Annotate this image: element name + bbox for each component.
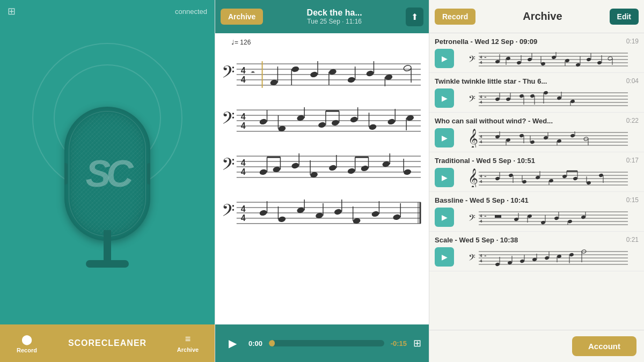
svg-text:4: 4: [241, 158, 246, 167]
archive-play-petronella[interactable]: ▶: [435, 49, 454, 68]
nav-record[interactable]: ⬤ Record: [0, 334, 54, 353]
svg-text:4: 4: [480, 139, 482, 144]
archive-item-name: Scale - Wed 5 Sep · 10:38: [435, 236, 518, 244]
svg-point-200: [535, 175, 540, 180]
svg-text:4: 4: [480, 174, 482, 179]
svg-point-171: [506, 138, 510, 142]
svg-point-42: [331, 119, 340, 126]
svg-point-196: [508, 173, 513, 178]
svg-point-20: [366, 70, 375, 77]
svg-text:𝄢: 𝄢: [222, 109, 235, 131]
sheet-settings-button[interactable]: ⊞: [413, 337, 421, 349]
brand-name-container: SCORECLEANER: [54, 338, 161, 348]
record-top-bar: ⊞ connected: [0, 0, 215, 23]
archive-item-scale: Scale - Wed 5 Sep · 10:38 0:21 ▶ 𝄢 4 4: [429, 232, 644, 271]
archive-item-name: Petronella - Wed 12 Sep · 09:09: [435, 38, 537, 46]
archive-item-petronella: Petronella - Wed 12 Sep · 09:09 0:19 ▶ 𝄢…: [429, 33, 644, 73]
record-panel: ⊞ connected SC ⬤ Record SCORECLEANER ≡ A…: [0, 0, 215, 362]
sheet-header: Archive Deck the ha... Tue 25 Sep · 11:1…: [215, 0, 429, 33]
archive-play-scale[interactable]: ▶: [435, 247, 454, 267]
settings-icon: ⊞: [413, 338, 421, 349]
svg-text:4: 4: [480, 253, 482, 258]
archive-footer: Account: [429, 330, 644, 362]
svg-text:4: 4: [480, 94, 482, 99]
sheet-play-button[interactable]: ▶: [223, 334, 242, 353]
microphone-body: SC: [64, 107, 150, 241]
svg-point-252: [544, 256, 549, 260]
svg-point-233: [581, 215, 586, 219]
svg-text:𝄼: 𝄼: [251, 71, 255, 73]
svg-point-120: [516, 61, 521, 65]
svg-point-72: [347, 167, 356, 174]
archive-staff-petronella: 𝄢 4 4 𝄼: [458, 49, 639, 68]
archive-staff-bassline: 𝄢 4 4 𝄼: [458, 208, 639, 227]
archive-nav-label: Archive: [177, 346, 199, 353]
svg-text:4: 4: [241, 75, 246, 84]
progress-bar[interactable]: [269, 340, 384, 346]
svg-point-103: [392, 213, 401, 220]
svg-point-177: [543, 136, 548, 140]
archive-item-duration: 0:21: [626, 236, 639, 244]
svg-text:4: 4: [241, 213, 246, 223]
share-icon: ⬆: [411, 12, 418, 21]
svg-point-128: [565, 58, 569, 63]
mic-base: [86, 260, 129, 268]
microphone-container: SC: [0, 23, 215, 324]
archive-item-sail: Who can sail without wind? - Wed... 0:22…: [429, 113, 644, 152]
svg-text:4: 4: [480, 134, 482, 139]
svg-point-194: [495, 176, 500, 181]
svg-point-179: [557, 139, 561, 143]
sheet-content: ♩= 126 𝄢 4 4 𝄼: [215, 33, 429, 324]
record-bottom-nav: ⬤ Record SCORECLEANER ≡ Archive: [0, 324, 215, 362]
archive-item-name: Who can sail without wind? - Wed...: [435, 117, 553, 125]
archive-staff-scale: 𝄢 4 4 𝄼: [458, 247, 639, 267]
sheet-panel: Archive Deck the ha... Tue 25 Sep · 11:1…: [215, 0, 429, 362]
svg-text:𝄼: 𝄼: [484, 216, 487, 217]
account-button[interactable]: Account: [572, 336, 636, 356]
svg-text:𝄢: 𝄢: [222, 63, 235, 85]
svg-point-181: [570, 134, 575, 138]
svg-text:4: 4: [480, 60, 482, 65]
share-button[interactable]: ⬆: [406, 8, 423, 26]
archive-staff-traditional: 𝄞 4 4 𝄼: [458, 168, 639, 187]
svg-point-248: [519, 259, 524, 263]
archive-record-button[interactable]: Record: [435, 9, 475, 25]
archive-play-sail[interactable]: ▶: [435, 128, 454, 147]
archive-play-traditional[interactable]: ▶: [435, 168, 454, 187]
svg-point-34: [259, 118, 268, 125]
svg-text:4: 4: [480, 219, 482, 224]
mic-stand: [104, 230, 111, 262]
svg-text:𝄞: 𝄞: [468, 168, 478, 187]
svg-point-116: [495, 60, 500, 64]
staff-svg-3: 𝄢 4 4: [221, 145, 423, 183]
svg-point-122: [527, 57, 532, 62]
svg-point-204: [562, 174, 567, 179]
archive-icon: ≡: [185, 334, 191, 345]
staff-svg-4: 𝄢 4 4: [221, 191, 423, 229]
settings-icon[interactable]: ⊞: [8, 5, 16, 17]
nav-archive[interactable]: ≡ Archive: [161, 334, 215, 353]
svg-text:𝄢: 𝄢: [222, 201, 235, 224]
archive-edit-button[interactable]: Edit: [610, 9, 639, 25]
svg-point-209: [586, 181, 591, 185]
archive-item-name: Bassline - Wed 5 Sep · 10:41: [435, 196, 529, 204]
svg-text:𝄼: 𝄼: [484, 97, 487, 98]
svg-text:4: 4: [480, 55, 482, 60]
svg-point-18: [347, 76, 356, 83]
svg-point-229: [554, 216, 559, 220]
svg-point-227: [540, 220, 545, 225]
svg-point-169: [495, 135, 500, 139]
archive-item-name: Traditional - Wed 5 Sep · 10:51: [435, 157, 535, 165]
svg-point-40: [318, 121, 326, 128]
svg-point-231: [567, 219, 572, 224]
sheet-archive-button[interactable]: Archive: [221, 9, 263, 25]
svg-text:4: 4: [480, 179, 482, 184]
archive-item-duration: 0:19: [626, 38, 639, 46]
svg-point-124: [540, 62, 545, 66]
svg-point-97: [334, 208, 342, 215]
archive-play-twinkle[interactable]: ▶: [435, 88, 454, 108]
svg-point-47: [368, 123, 377, 130]
svg-point-74: [361, 165, 369, 172]
svg-point-198: [522, 180, 526, 184]
archive-play-bassline[interactable]: ▶: [435, 208, 454, 227]
